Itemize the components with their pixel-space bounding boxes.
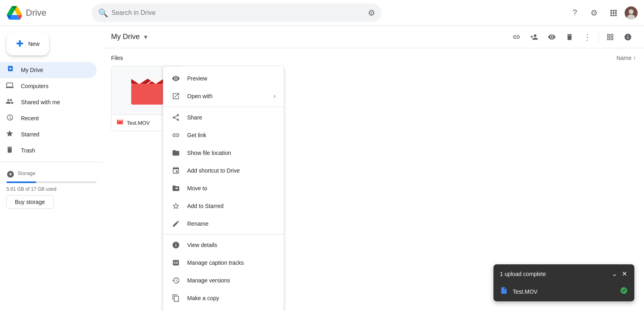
drive-title: My Drive ▼	[111, 33, 149, 41]
context-menu-show-location-label: Show file location	[187, 150, 231, 156]
link-button[interactable]	[508, 29, 524, 45]
sort-arrow-icon: ↑	[633, 55, 636, 61]
search-bar[interactable]: 🔍 ⚙	[92, 4, 382, 22]
context-menu-add-shortcut-label: Add shortcut to Drive	[187, 167, 240, 174]
sidebar-label-recent: Recent	[21, 115, 39, 122]
context-menu-make-copy-label: Make a copy	[187, 295, 219, 301]
computer-icon	[5, 81, 14, 91]
apps-button[interactable]	[605, 5, 621, 21]
sidebar-label-starred: Starred	[21, 131, 39, 138]
rename-icon	[171, 219, 181, 229]
submenu-arrow-icon: ›	[274, 93, 276, 100]
drive-logo-icon	[6, 6, 23, 20]
logo-area: Drive	[6, 6, 87, 20]
versions-icon	[171, 276, 181, 285]
sidebar-item-my-drive[interactable]: My Drive	[0, 62, 97, 78]
sidebar-item-trash[interactable]: Trash	[0, 142, 97, 159]
sort-label[interactable]: Name ↑	[617, 55, 636, 61]
sidebar-label-my-drive: My Drive	[21, 67, 43, 73]
grid-view-button[interactable]	[602, 29, 618, 45]
ctx-divider-2	[163, 234, 284, 235]
settings-button[interactable]: ⚙	[586, 5, 602, 21]
sidebar: ✚ New My Drive Computers Shared with me	[0, 26, 103, 311]
people-icon	[5, 97, 14, 107]
context-menu-get-link[interactable]: Get link	[163, 126, 284, 144]
svg-rect-1	[613, 10, 614, 11]
buy-storage-button[interactable]: Buy storage	[6, 195, 54, 209]
search-input[interactable]	[111, 9, 365, 16]
sidebar-label-shared: Shared with me	[21, 99, 60, 105]
storage-label: Storage	[18, 171, 35, 176]
context-menu-open-with-label: Open with	[187, 93, 213, 99]
header-actions: ⋮	[508, 29, 636, 45]
context-menu-share[interactable]: Share	[163, 109, 284, 126]
context-menu-open-with[interactable]: Open with ›	[163, 87, 284, 105]
trash-icon	[5, 146, 14, 156]
sidebar-item-recent[interactable]: Recent	[0, 110, 97, 126]
context-menu-show-location[interactable]: Show file location	[163, 144, 284, 162]
toast-header-icons: ⌄ ✕	[611, 269, 628, 278]
sidebar-item-computers[interactable]: Computers	[0, 78, 97, 94]
link-icon	[171, 130, 181, 140]
clock-icon	[5, 113, 14, 124]
toast-file-item: Test.MOV	[493, 283, 634, 301]
help-button[interactable]: ?	[567, 5, 583, 21]
context-menu-move-to[interactable]: Move to	[163, 179, 284, 197]
eye-icon	[171, 74, 181, 83]
dropdown-arrow-icon[interactable]: ▼	[143, 34, 149, 40]
location-icon	[171, 148, 181, 158]
context-menu-move-to-label: Move to	[187, 185, 207, 192]
new-button[interactable]: ✚ New	[6, 32, 49, 56]
sidebar-item-shared[interactable]: Shared with me	[0, 94, 97, 110]
preview-button[interactable]	[544, 29, 560, 45]
context-menu-manage-caption-label: Manage caption tracks	[187, 260, 244, 266]
files-section-label: Files	[111, 55, 636, 61]
toast-collapse-button[interactable]: ⌄	[611, 269, 618, 278]
copy-icon	[171, 293, 181, 303]
info-circle-icon	[171, 240, 181, 250]
topbar-right: ? ⚙	[567, 5, 638, 21]
svg-rect-6	[611, 14, 612, 16]
storage-bar-bg	[6, 181, 97, 183]
delete-button[interactable]	[561, 29, 578, 45]
storage-icon	[6, 170, 14, 178]
file-type-icon	[116, 118, 124, 128]
context-menu-manage-versions[interactable]: Manage versions	[163, 272, 284, 289]
avatar[interactable]	[625, 6, 638, 19]
star-icon	[5, 130, 14, 140]
svg-rect-5	[615, 12, 617, 14]
context-menu-manage-caption[interactable]: Manage caption tracks	[163, 254, 284, 272]
storage-used: 5.61 GB of 17 GB used	[6, 186, 97, 192]
svg-rect-8	[615, 14, 617, 16]
sidebar-label-trash: Trash	[21, 147, 35, 154]
sidebar-label-computers: Computers	[21, 83, 48, 89]
my-drive-title: My Drive	[111, 33, 140, 41]
context-menu-add-starred[interactable]: Add to Starred	[163, 197, 284, 215]
toast-title: 1 upload complete	[500, 271, 546, 277]
svg-point-10	[629, 9, 634, 14]
context-menu-share-label: Share	[187, 114, 202, 121]
toast-header: 1 upload complete ⌄ ✕	[493, 264, 634, 283]
context-menu-rename-label: Rename	[187, 220, 208, 227]
svg-rect-2	[615, 10, 617, 11]
svg-rect-12	[131, 84, 163, 105]
plus-icon: ✚	[16, 39, 23, 49]
add-person-button[interactable]	[526, 29, 542, 45]
app-title: Drive	[26, 8, 46, 18]
context-menu-add-shortcut[interactable]: Add shortcut to Drive	[163, 162, 284, 179]
more-options-button[interactable]: ⋮	[579, 29, 595, 45]
sidebar-item-starred[interactable]: Starred	[0, 126, 97, 142]
context-menu-make-copy[interactable]: Make a copy	[163, 289, 284, 307]
info-button[interactable]	[620, 29, 636, 45]
search-icon: 🔍	[98, 8, 108, 18]
svg-rect-4	[613, 12, 614, 14]
context-menu-preview[interactable]: Preview	[163, 70, 284, 87]
file-name: Test.MOV	[127, 120, 150, 126]
toast-close-button[interactable]: ✕	[621, 269, 628, 278]
context-menu-rename[interactable]: Rename	[163, 215, 284, 233]
context-menu-view-details[interactable]: View details	[163, 236, 284, 254]
context-menu-download[interactable]: Download	[163, 307, 284, 311]
filter-icon[interactable]: ⚙	[368, 8, 375, 18]
svg-marker-13	[131, 78, 163, 84]
ctx-divider-1	[163, 107, 284, 107]
